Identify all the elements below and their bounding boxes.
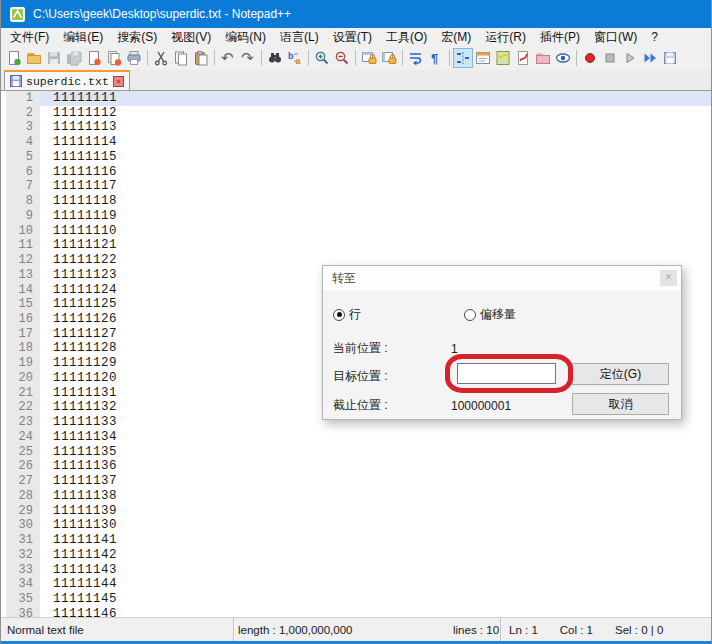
editor-line[interactable]: 2711111137 bbox=[1, 474, 711, 489]
line-number: 15 bbox=[6, 297, 40, 312]
line-number: 7 bbox=[6, 179, 40, 194]
editor-line[interactable]: 3411111144 bbox=[1, 577, 711, 592]
line-number: 28 bbox=[6, 489, 40, 504]
editor-line[interactable]: 3311111143 bbox=[1, 563, 711, 578]
copy-icon[interactable] bbox=[171, 48, 191, 68]
radio-offset[interactable]: 偏移量 bbox=[464, 306, 516, 323]
function-list-icon[interactable] bbox=[473, 48, 493, 68]
menu-item-10[interactable]: 插件(P) bbox=[533, 28, 587, 47]
zoom-out-icon[interactable] bbox=[332, 48, 352, 68]
menu-item-7[interactable]: 工具(O) bbox=[379, 28, 434, 47]
menu-bar: 文件(F)编辑(E)搜索(S)视图(V)编码(N)语言(L)设置(T)工具(O)… bbox=[1, 28, 711, 46]
menu-item-9[interactable]: 运行(R) bbox=[478, 28, 533, 47]
menu-item-8[interactable]: 宏(M) bbox=[434, 28, 478, 47]
close-file-icon[interactable] bbox=[84, 48, 104, 68]
save-all-icon[interactable] bbox=[64, 48, 84, 68]
line-number: 20 bbox=[6, 371, 40, 386]
editor-line[interactable]: 3211111142 bbox=[1, 548, 711, 563]
editor-line[interactable]: 511111115 bbox=[1, 150, 711, 165]
dialog-close-icon[interactable]: ✕ bbox=[660, 270, 677, 286]
toolbar-separator bbox=[355, 50, 356, 66]
editor-line[interactable]: 2511111135 bbox=[1, 445, 711, 460]
zoom-in-icon[interactable] bbox=[312, 48, 332, 68]
toolbar-separator bbox=[402, 50, 403, 66]
menu-item-1[interactable]: 编辑(E) bbox=[56, 28, 110, 47]
current-position-label: 当前位置 : bbox=[333, 340, 451, 357]
menu-item-3[interactable]: 视图(V) bbox=[164, 28, 218, 47]
editor-line[interactable]: 1011111110 bbox=[1, 224, 711, 239]
editor-line[interactable]: 3011111130 bbox=[1, 518, 711, 533]
replace-icon[interactable]: ba bbox=[285, 48, 305, 68]
menu-item-11[interactable]: 窗口(W) bbox=[587, 28, 644, 47]
cancel-button[interactable]: 取消 bbox=[572, 393, 669, 415]
line-text: 11111116 bbox=[40, 165, 711, 180]
line-number: 17 bbox=[6, 327, 40, 342]
menu-item-12[interactable]: ? bbox=[644, 29, 665, 45]
editor-line[interactable]: 811111118 bbox=[1, 194, 711, 209]
new-file-icon[interactable] bbox=[4, 48, 24, 68]
cut-icon[interactable] bbox=[151, 48, 171, 68]
macro-stop-icon[interactable] bbox=[600, 48, 620, 68]
editor-line[interactable]: 2811111138 bbox=[1, 489, 711, 504]
line-number: 3 bbox=[6, 120, 40, 135]
redo-icon[interactable]: ↷ bbox=[238, 48, 258, 68]
editor-line[interactable]: 311111113 bbox=[1, 120, 711, 135]
svg-text:¶: ¶ bbox=[431, 51, 438, 66]
line-number: 32 bbox=[6, 548, 40, 563]
undo-icon[interactable]: ↶ bbox=[218, 48, 238, 68]
editor-line[interactable]: 1111111121 bbox=[1, 238, 711, 253]
menu-item-4[interactable]: 编码(N) bbox=[218, 28, 273, 47]
current-position-row: 当前位置 : 1 bbox=[333, 340, 671, 357]
word-wrap-icon[interactable] bbox=[406, 48, 426, 68]
macro-run-multiple-icon[interactable] bbox=[640, 48, 660, 68]
show-all-characters-icon[interactable]: ¶ bbox=[426, 48, 446, 68]
find-icon[interactable] bbox=[265, 48, 285, 68]
save-file-icon[interactable] bbox=[44, 48, 64, 68]
editor-line[interactable]: 111111111 bbox=[1, 91, 711, 106]
macro-record-icon[interactable] bbox=[580, 48, 600, 68]
editor-line[interactable]: 711111117 bbox=[1, 179, 711, 194]
sync-scroll-horizontal-icon[interactable] bbox=[379, 48, 399, 68]
print-icon[interactable] bbox=[124, 48, 144, 68]
line-number: 25 bbox=[6, 445, 40, 460]
document-map-icon[interactable] bbox=[493, 48, 513, 68]
indent-guide-icon[interactable] bbox=[453, 48, 473, 68]
editor-line[interactable]: 3511111145 bbox=[1, 592, 711, 607]
macro-save-icon[interactable] bbox=[660, 48, 680, 68]
folder-as-workspace-icon[interactable] bbox=[533, 48, 553, 68]
paste-icon[interactable] bbox=[191, 48, 211, 68]
line-number: 34 bbox=[6, 577, 40, 592]
document-switcher-icon[interactable] bbox=[513, 48, 533, 68]
editor-line[interactable]: 2911111139 bbox=[1, 504, 711, 519]
toolbar-separator bbox=[261, 50, 262, 66]
menu-item-0[interactable]: 文件(F) bbox=[3, 28, 56, 47]
editor-line[interactable]: 411111114 bbox=[1, 135, 711, 150]
toolbar-separator bbox=[576, 50, 577, 66]
line-number: 36 bbox=[6, 607, 40, 617]
sync-scroll-vertical-icon[interactable] bbox=[359, 48, 379, 68]
menu-item-2[interactable]: 搜索(S) bbox=[110, 28, 164, 47]
editor-line[interactable]: 911111119 bbox=[1, 209, 711, 224]
editor-line[interactable]: 2611111136 bbox=[1, 459, 711, 474]
line-number: 33 bbox=[6, 563, 40, 578]
tab-close-icon[interactable]: ✕ bbox=[113, 76, 124, 87]
line-text: 11111135 bbox=[40, 445, 711, 460]
menu-item-6[interactable]: 设置(T) bbox=[326, 28, 379, 47]
tab-superdic[interactable]: superdic.txt ✕ bbox=[4, 70, 130, 90]
monitoring-icon[interactable] bbox=[553, 48, 573, 68]
open-file-icon[interactable] bbox=[24, 48, 44, 68]
toolbar-separator bbox=[147, 50, 148, 66]
editor-line[interactable]: 3611111146 bbox=[1, 607, 711, 617]
editor-line[interactable]: 2411111134 bbox=[1, 430, 711, 445]
radio-line[interactable]: 行 bbox=[333, 306, 464, 323]
editor-line[interactable]: 611111116 bbox=[1, 165, 711, 180]
go-button[interactable]: 定位(G) bbox=[572, 363, 669, 385]
editor-line[interactable]: 3111111141 bbox=[1, 533, 711, 548]
close-all-icon[interactable] bbox=[104, 48, 124, 68]
target-position-input[interactable] bbox=[457, 363, 556, 384]
line-number: 14 bbox=[6, 283, 40, 298]
macro-play-icon[interactable] bbox=[620, 48, 640, 68]
menu-item-5[interactable]: 语言(L) bbox=[273, 28, 326, 47]
tab-bar: superdic.txt ✕ bbox=[1, 70, 711, 91]
editor-line[interactable]: 211111112 bbox=[1, 106, 711, 121]
